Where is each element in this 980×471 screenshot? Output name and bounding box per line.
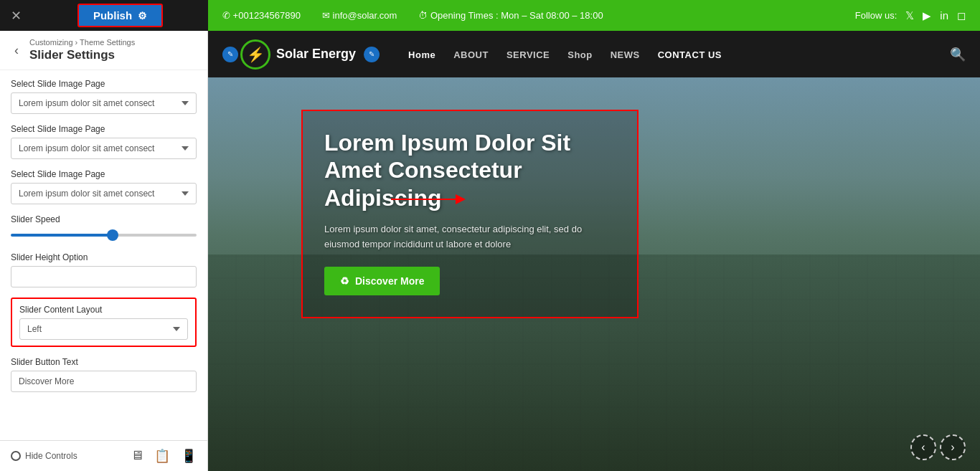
phone-info: ✆ +001234567890	[222, 10, 301, 21]
nav-item-contact[interactable]: CONTACT US	[658, 48, 722, 61]
device-icons: 🖥 📋 📱	[131, 448, 197, 464]
nav-link-about[interactable]: ABOUT	[453, 49, 489, 60]
content-layout-label: Slider Content Layout	[19, 305, 188, 315]
nav-links: Home ABOUT SERVICE Shop NEWS CONTACT US	[408, 48, 722, 61]
youtube-icon[interactable]: ▶	[923, 9, 931, 22]
slider-height-input[interactable]	[11, 266, 197, 287]
nav-item-shop[interactable]: Shop	[567, 48, 593, 61]
email-info: ✉ info@solar.com	[322, 10, 397, 21]
logo-edit-left-icon[interactable]: ✎	[222, 47, 238, 62]
mobile-icon[interactable]: 📱	[181, 448, 197, 464]
publish-area: Publish ⚙	[32, 0, 208, 31]
preview-area: ✎ ⚡ Solar Energy ✎ Home ABOUT SERVICE Sh…	[208, 31, 980, 471]
hide-controls-toggle[interactable]: Hide Controls	[11, 451, 77, 461]
field-label-1: Select Slide Image Page	[11, 79, 197, 89]
breadcrumb: Customizing › Theme Settings	[29, 38, 135, 47]
close-button[interactable]: ✕	[0, 0, 32, 31]
slider-nav-controls: ‹ ›	[910, 434, 966, 460]
desktop-icon[interactable]: 🖥	[131, 448, 143, 464]
site-info-bar: ✆ +001234567890 ✉ info@solar.com ⏱ Openi…	[208, 0, 980, 31]
nav-link-shop[interactable]: Shop	[567, 49, 593, 60]
slider-speed-label: Slider Speed	[11, 214, 197, 224]
nav-item-news[interactable]: NEWS	[611, 48, 640, 61]
arrow-head	[456, 194, 466, 204]
field-slide-3: Select Slide Image Page Lorem ipsum dolo…	[11, 169, 197, 204]
slider-height-label: Slider Height Option	[11, 252, 197, 262]
top-bar: ✕ Publish ⚙ ✆ +001234567890 ✉ info@solar…	[0, 0, 980, 31]
sidebar-header: ‹ Customizing › Theme Settings Slider Se…	[0, 31, 207, 70]
field-slide-2: Select Slide Image Page Lorem ipsum dolo…	[11, 124, 197, 159]
logo-edit-right-icon[interactable]: ✎	[364, 47, 380, 62]
button-text-label: Slider Button Text	[11, 357, 197, 367]
button-text-input[interactable]	[11, 371, 197, 392]
slide-select-3[interactable]: Lorem ipsum dolor sit amet consect	[11, 183, 197, 204]
sidebar-title: Slider Settings	[29, 48, 135, 62]
sidebar-back-button[interactable]: ‹	[11, 43, 22, 58]
arrow-line	[391, 199, 456, 200]
publish-label: Publish	[93, 9, 132, 22]
sidebar-scroll: Select Slide Image Page Lorem ipsum dolo…	[0, 70, 207, 440]
nav-item-service[interactable]: SERVICE	[507, 48, 550, 61]
sidebar: ‹ Customizing › Theme Settings Slider Se…	[0, 31, 208, 471]
nav-item-about[interactable]: ABOUT	[453, 48, 489, 61]
slider-next-button[interactable]: ›	[940, 434, 966, 460]
social-links: Follow us: 𝕏 ▶ in ◻	[855, 9, 966, 22]
hide-controls-icon	[11, 451, 21, 461]
site-nav: ✎ ⚡ Solar Energy ✎ Home ABOUT SERVICE Sh…	[208, 31, 980, 77]
slider-speed-input[interactable]	[11, 234, 197, 237]
field-label-3: Select Slide Image Page	[11, 169, 197, 179]
hero-section: Lorem Ipsum Dolor Sit Amet Consectetur A…	[208, 77, 980, 471]
main-layout: ‹ Customizing › Theme Settings Slider Se…	[0, 31, 980, 471]
hero-content-box: Lorem Ipsum Dolor Sit Amet Consectetur A…	[301, 110, 639, 318]
site-logo: ✎ ⚡ Solar Energy ✎	[222, 39, 380, 70]
field-slide-1: Select Slide Image Page Lorem ipsum dolo…	[11, 79, 197, 114]
nav-link-news[interactable]: NEWS	[611, 49, 640, 60]
field-slider-speed: Slider Speed	[11, 214, 197, 242]
instagram-icon[interactable]: ◻	[957, 9, 966, 22]
content-layout-select[interactable]: Left Center Right	[19, 318, 188, 340]
slide-select-1[interactable]: Lorem ipsum dolor sit amet consect	[11, 92, 197, 114]
slide-select-2[interactable]: Lorem ipsum dolor sit amet consect	[11, 138, 197, 159]
hide-controls-label: Hide Controls	[25, 451, 77, 461]
hero-subtitle: Lorem ipsum dolor sit amet, consectetur …	[324, 222, 616, 252]
twitter-icon[interactable]: 𝕏	[905, 9, 914, 22]
publish-button[interactable]: Publish ⚙	[77, 4, 163, 27]
hero-btn-icon: ♻	[340, 275, 349, 287]
slider-speed-wrapper	[11, 228, 197, 242]
nav-link-contact[interactable]: CONTACT US	[658, 49, 722, 60]
sidebar-title-group: Customizing › Theme Settings Slider Sett…	[29, 38, 135, 62]
field-content-layout: Slider Content Layout Left Center Right	[11, 298, 197, 347]
nav-link-home[interactable]: Home	[408, 49, 435, 60]
arrow-annotation	[391, 189, 484, 210]
hero-discover-button[interactable]: ♻ Discover More	[324, 267, 440, 295]
field-button-text: Slider Button Text	[11, 357, 197, 392]
slider-prev-button[interactable]: ‹	[910, 434, 936, 460]
nav-item-home[interactable]: Home	[408, 48, 435, 61]
field-slider-height: Slider Height Option	[11, 252, 197, 287]
follow-label: Follow us:	[855, 10, 897, 21]
search-icon[interactable]: 🔍	[950, 47, 966, 62]
hours-info: ⏱ Opening Times : Mon – Sat 08:00 – 18:0…	[418, 10, 603, 21]
hero-btn-label: Discover More	[355, 275, 424, 287]
logo-icon: ⚡	[240, 39, 270, 70]
field-label-2: Select Slide Image Page	[11, 124, 197, 134]
nav-link-service[interactable]: SERVICE	[507, 49, 550, 60]
lightning-icon: ⚡	[247, 46, 265, 63]
tablet-icon[interactable]: 📋	[154, 448, 170, 464]
sidebar-footer: Hide Controls 🖥 📋 📱	[0, 440, 207, 471]
gear-icon: ⚙	[138, 10, 147, 22]
close-icon: ✕	[11, 8, 22, 24]
logo-text: Solar Energy	[276, 47, 356, 62]
linkedin-icon[interactable]: in	[940, 9, 948, 22]
